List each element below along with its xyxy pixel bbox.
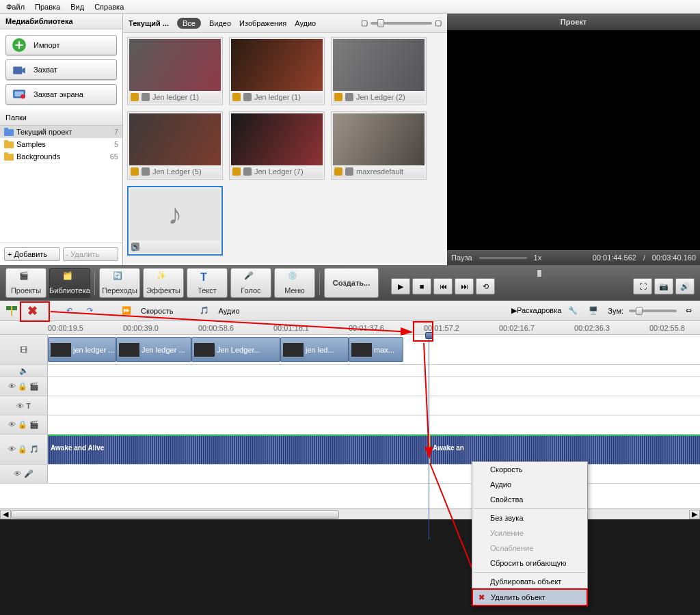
menu-help[interactable]: Справка [90, 1, 128, 12]
ctx-delete[interactable]: ✖Удалить объект [472, 588, 588, 606]
timeline-toolbar: ✖ ↶ ↷ ⏩Скорость 🎵Аудио ▶Раскадровка 🔧 🖥️… [0, 301, 700, 321]
add-folder-button[interactable]: + Добавить [4, 247, 60, 261]
library-title: Медиабиблиотека [0, 14, 122, 29]
text-button[interactable]: TТекст [187, 268, 228, 298]
ctx-fadein[interactable]: Усиление [472, 525, 587, 541]
transition-icon: 🔄 [113, 271, 126, 285]
ctx-fadeout[interactable]: Ослабление [472, 541, 587, 556]
menubar[interactable]: Файл Правка Вид Справка [0, 0, 700, 14]
context-menu[interactable]: Скорость Аудио Свойства Без звука Усилен… [472, 461, 588, 606]
clapper-icon: 🎬 [19, 271, 33, 285]
thumb-item[interactable]: Jen ledger (1) [229, 37, 325, 105]
screen-capture-button[interactable]: Захват экрана [5, 84, 117, 105]
svg-rect-6 [4, 128, 8, 130]
thumb-item[interactable]: maxresdefault [331, 111, 427, 180]
plus-icon [12, 38, 27, 53]
produce-button[interactable]: Создать... [324, 268, 379, 298]
audio-icon[interactable]: 🎵 [196, 303, 213, 319]
ctx-mute[interactable]: Без звука [472, 510, 587, 525]
camera-icon [12, 62, 27, 77]
thumb-item[interactable]: Jen ledger (1) [127, 37, 223, 105]
volume-button[interactable]: 🔊 [675, 278, 695, 295]
audio-track[interactable]: 👁 🔒 🎵 Awake and Alive Awake an [0, 435, 700, 465]
h-scrollbar[interactable]: ◀▶ [0, 508, 700, 519]
speaker-icon: 🔈 [131, 243, 139, 251]
split-button[interactable] [3, 303, 21, 319]
duration-label: 00:03:40.160 [652, 254, 696, 262]
folder-icon [4, 140, 14, 148]
playback-status: Пауза [451, 254, 472, 262]
delete-button[interactable]: ✖ [23, 303, 41, 319]
menu-file[interactable]: Файл [2, 1, 29, 12]
media-library-panel: Медиабиблиотека Импорт Захват Захват экр… [0, 14, 123, 265]
folder-backgrounds[interactable]: Backgrounds 65 [0, 150, 122, 163]
filter-images[interactable]: Изображения [239, 19, 286, 27]
projects-button[interactable]: 🎬Проекты [5, 268, 46, 298]
import-button[interactable]: Импорт [5, 35, 117, 55]
svg-rect-10 [4, 152, 8, 154]
fit-icon[interactable]: ⇔ [679, 303, 697, 319]
play-button[interactable]: ▶ [391, 278, 410, 295]
ctx-audio[interactable]: Аудио [472, 477, 587, 492]
undo-button[interactable]: ↶ [60, 303, 78, 319]
thumb-item[interactable]: Jen Ledger (5) [127, 111, 223, 180]
ctx-duplicate[interactable]: Дублировать объект [472, 574, 587, 589]
thumb-size-slider[interactable]: ▢▢ [361, 18, 442, 27]
svg-rect-12 [12, 306, 17, 310]
monitor-icon[interactable]: 🖥️ [584, 303, 602, 319]
folder-icon [4, 152, 14, 161]
disc-menu-button[interactable]: 💿Меню [274, 268, 315, 298]
voice-button[interactable]: 🎤Голос [230, 268, 271, 298]
prev-button[interactable]: ⏮ [433, 278, 453, 295]
ctx-speed[interactable]: Скорость [472, 462, 587, 477]
menu-edit[interactable]: Правка [31, 1, 64, 12]
zoom-slider[interactable] [629, 310, 677, 312]
delete-icon: ✖ [476, 592, 486, 602]
storyboard-toggle[interactable]: ▶Раскадровка [511, 306, 561, 315]
seek-bar[interactable] [391, 271, 695, 275]
redo-button[interactable]: ↷ [81, 303, 98, 319]
thumb-audio[interactable]: ♪🔈 [127, 186, 223, 256]
fullscreen-button[interactable]: ⛶ [633, 278, 652, 295]
svg-point-4 [21, 94, 25, 99]
ctx-reset[interactable]: Сбросить огибающую [472, 556, 587, 571]
time-ruler[interactable]: 00:00:19.500:00:39.000:00:58.600:01:18.1… [0, 321, 700, 335]
ctx-props[interactable]: Свойства [472, 492, 587, 507]
preview-status-bar: Пауза 1x 00:01:44.562 / 00:03:40.160 [447, 250, 700, 265]
screen-icon [12, 87, 27, 102]
transitions-button[interactable]: 🔄Переходы [99, 268, 140, 298]
speed-icon[interactable]: ⏩ [118, 303, 135, 319]
tracks: 🎞 jen ledger ... Jen ledger ... Jen Ledg… [0, 335, 700, 508]
speed-slider[interactable] [479, 257, 527, 259]
svg-rect-7 [4, 141, 14, 148]
thumb-item[interactable]: Jen Ledger (2) [331, 37, 427, 105]
video-track[interactable]: 🎞 jen ledger ... Jen ledger ... Jen Ledg… [0, 335, 700, 365]
mic-icon: 🎤 [244, 271, 258, 285]
filter-audio[interactable]: Аудио [295, 19, 316, 27]
menu-view[interactable]: Вид [66, 1, 88, 12]
filter-all[interactable]: Все [177, 18, 201, 29]
folder-current[interactable]: Текущий проект 7 [0, 126, 122, 138]
library-icon: 🗂️ [63, 271, 77, 285]
library-button[interactable]: 🗂️Библиотека [49, 268, 90, 298]
remove-folder-button[interactable]: - Удалить [63, 247, 119, 261]
disc-icon: 💿 [288, 271, 301, 285]
playhead[interactable] [429, 335, 429, 540]
next-button[interactable]: ⏭ [455, 278, 474, 295]
settings-icon[interactable]: 🔧 [564, 303, 582, 319]
capture-button[interactable]: Захват [5, 59, 117, 80]
effects-icon: ✨ [157, 271, 170, 285]
svg-rect-1 [13, 67, 22, 74]
folder-icon [4, 128, 14, 136]
filter-video[interactable]: Видео [209, 19, 231, 27]
folder-samples[interactable]: Samples 5 [0, 138, 122, 150]
snapshot-button[interactable]: 📷 [654, 278, 673, 295]
preview-title: Проект [447, 14, 700, 30]
effects-button[interactable]: ✨Эффекты [143, 268, 184, 298]
video-preview[interactable] [447, 30, 700, 250]
loop-button[interactable]: ⟲ [476, 278, 495, 295]
svg-rect-11 [6, 306, 11, 310]
thumb-item[interactable]: Jen Ledger (7) [229, 111, 325, 180]
stop-button[interactable]: ■ [412, 278, 431, 295]
gallery: Jen ledger (1) Jen ledger (1) Jen Ledger… [123, 33, 447, 265]
